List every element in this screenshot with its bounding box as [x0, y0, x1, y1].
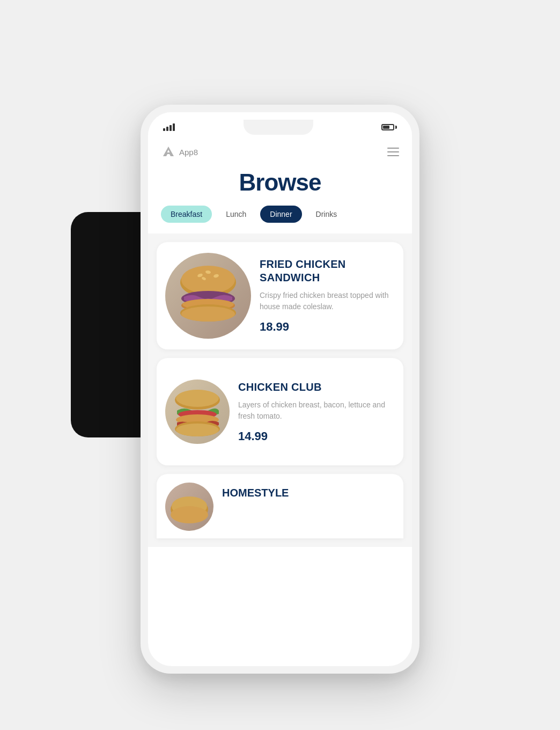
- status-bar: [148, 112, 412, 139]
- page-title-container: Browse: [148, 164, 412, 206]
- menu-line-3: [387, 155, 399, 156]
- menu-item-2-image: [165, 379, 230, 444]
- app-header: App8: [148, 139, 412, 164]
- logo-icon: [161, 144, 176, 159]
- menu-line-1: [387, 148, 399, 149]
- battery-icon: [381, 124, 397, 130]
- tab-lunch[interactable]: Lunch: [216, 206, 256, 223]
- menu-card-3-partial[interactable]: HOMESTYLE: [157, 474, 403, 538]
- tab-breakfast[interactable]: Breakfast: [161, 206, 212, 223]
- menu-item-3-partial-content: HOMESTYLE: [222, 483, 289, 499]
- menu-item-2-price: 14.99: [238, 429, 395, 443]
- menu-item-1-image: [165, 253, 251, 339]
- hamburger-menu-icon[interactable]: [387, 148, 399, 156]
- menu-card-1[interactable]: FRIED CHICKEN SANDWICH Crispy fried chic…: [157, 242, 403, 349]
- menu-item-1-content: FRIED CHICKEN SANDWICH Crispy fried chic…: [260, 256, 395, 336]
- menu-item-2-description: Layers of chicken breast, bacon, lettuce…: [238, 399, 395, 422]
- notch: [244, 120, 313, 135]
- tab-drinks[interactable]: Drinks: [306, 206, 347, 223]
- svg-point-10: [181, 306, 235, 322]
- battery-fill: [383, 126, 389, 129]
- signal-icon: [163, 123, 175, 131]
- menu-item-1-price: 18.99: [260, 320, 395, 334]
- logo: App8: [161, 144, 198, 159]
- signal-bar-1: [163, 128, 165, 131]
- phone-inner: App8 Browse Breakfast Lunch Dinner Drink…: [148, 112, 412, 666]
- signal-bar-2: [166, 127, 168, 131]
- signal-bar-3: [170, 125, 172, 131]
- menu-item-2-title: CHICKEN CLUB: [238, 381, 395, 394]
- category-tabs: Breakfast Lunch Dinner Drinks: [148, 206, 412, 233]
- svg-point-1: [181, 266, 235, 294]
- app-name: App8: [179, 148, 198, 157]
- scene: App8 Browse Breakfast Lunch Dinner Drink…: [114, 105, 446, 695]
- signal-bar-4: [173, 123, 175, 131]
- menu-line-2: [387, 151, 399, 152]
- menu-item-3-image: [165, 483, 213, 531]
- menu-item-1-title: FRIED CHICKEN SANDWICH: [260, 258, 395, 284]
- menu-card-2[interactable]: CHICKEN CLUB Layers of chicken breast, b…: [157, 358, 403, 465]
- svg-point-16: [176, 424, 219, 436]
- svg-point-12: [176, 390, 219, 407]
- phone-frame: App8 Browse Breakfast Lunch Dinner Drink…: [141, 105, 419, 674]
- page-title: Browse: [148, 169, 412, 196]
- menu-item-2-content: CHICKEN CLUB Layers of chicken breast, b…: [238, 378, 395, 446]
- tab-dinner[interactable]: Dinner: [260, 206, 301, 223]
- menu-item-3-title: HOMESTYLE: [222, 487, 289, 499]
- battery-tip: [395, 126, 397, 129]
- menu-scroll-area[interactable]: FRIED CHICKEN SANDWICH Crispy fried chic…: [148, 233, 412, 547]
- svg-point-19: [171, 506, 208, 523]
- battery-body: [381, 124, 394, 130]
- menu-item-1-description: Crispy fried chicken breast topped with …: [260, 290, 395, 312]
